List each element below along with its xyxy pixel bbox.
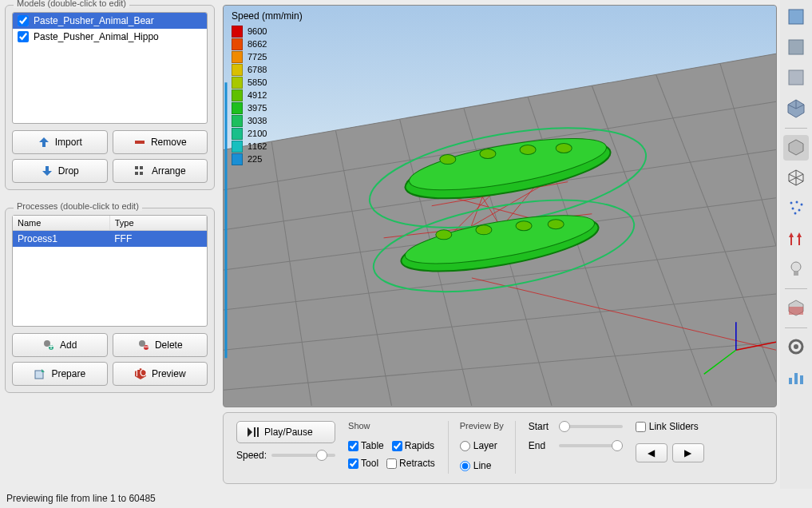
play-pause-button[interactable]: Play/Pause	[236, 421, 335, 443]
svg-marker-2	[42, 166, 52, 176]
svg-rect-62	[257, 427, 259, 437]
points-button[interactable]	[783, 196, 809, 221]
svg-rect-91	[789, 378, 792, 384]
processes-panel: Processes (double-click to edit) NameTyp…	[5, 208, 215, 393]
remove-icon	[133, 136, 146, 149]
svg-point-90	[794, 344, 798, 349]
speed-label: Speed:	[236, 450, 267, 461]
show-table-checkbox[interactable]: Table	[348, 440, 384, 451]
triangle-left-icon: ◀	[648, 447, 655, 458]
processes-list[interactable]: NameType Process1FFF	[12, 215, 208, 327]
svg-rect-63	[789, 10, 803, 24]
view-side-button[interactable]	[783, 65, 809, 91]
prepare-button[interactable]: Prepare	[12, 362, 108, 386]
model-checkbox[interactable]	[18, 31, 29, 42]
legend-entry: 2100	[232, 127, 303, 140]
viewport-scene	[224, 6, 776, 406]
step-back-button[interactable]: ◀	[636, 443, 667, 462]
speed-slider[interactable]	[271, 454, 335, 457]
legend-entry: 1162	[232, 140, 303, 153]
end-slider[interactable]	[559, 444, 623, 447]
playback-panel: Play/Pause Speed: Show Table Rapids Tool…	[223, 412, 777, 484]
model-item[interactable]: Paste_Pusher_Animal_Bear	[13, 13, 207, 29]
svg-point-49	[440, 155, 456, 165]
status-bar: Previewing file from line 1 to 60485	[0, 490, 812, 508]
legend-entry: 9600	[232, 25, 303, 38]
models-title: Models (double-click to edit)	[14, 0, 129, 8]
previewby-layer-radio[interactable]: Layer	[460, 440, 504, 451]
points-icon	[786, 197, 806, 220]
normals-icon	[786, 228, 806, 251]
svg-rect-61	[254, 427, 255, 437]
svg-point-55	[516, 221, 532, 231]
legend-entry: 4912	[232, 89, 303, 101]
svg-point-85	[791, 262, 801, 272]
svg-marker-70	[789, 140, 803, 155]
svg-marker-82	[789, 232, 794, 237]
stats-icon	[786, 367, 806, 390]
drop-icon	[41, 165, 53, 177]
legend-entry: 5850	[232, 76, 303, 89]
prepare-icon	[34, 367, 46, 380]
step-forward-button[interactable]: ▶	[672, 443, 704, 462]
process-row[interactable]: Process1FFF	[13, 231, 207, 248]
svg-text:−: −	[143, 341, 149, 351]
view-side-icon	[786, 67, 806, 90]
light-button[interactable]	[783, 256, 809, 282]
legend-entry: 3038	[232, 114, 303, 127]
drop-button[interactable]: Drop	[12, 159, 108, 183]
arrange-button[interactable]: Arrange	[113, 159, 208, 183]
preview-button[interactable]: STOPPreview	[113, 362, 208, 386]
remove-button[interactable]: Remove	[113, 130, 208, 154]
svg-point-77	[801, 203, 803, 205]
model-item[interactable]: Paste_Pusher_Animal_Hippo	[13, 29, 207, 45]
previewby-line-radio[interactable]: Line	[460, 460, 504, 471]
show-tool-checkbox[interactable]: Tool	[348, 458, 378, 469]
view-top-icon	[786, 6, 806, 30]
svg-rect-3	[135, 166, 138, 169]
svg-rect-4	[140, 166, 143, 169]
speed-legend: Speed (mm/min) 9600866277256788585049123…	[232, 10, 303, 165]
start-slider[interactable]	[559, 425, 623, 428]
model-checkbox[interactable]	[18, 15, 29, 26]
legend-entry: 225	[232, 153, 303, 165]
svg-text:+: +	[49, 341, 54, 351]
settings-icon	[786, 336, 806, 359]
show-retracts-checkbox[interactable]: Retracts	[386, 458, 435, 469]
svg-point-79	[798, 208, 801, 211]
view-front-button[interactable]	[783, 35, 809, 61]
view-iso-button[interactable]	[783, 96, 809, 121]
normals-button[interactable]	[783, 226, 809, 252]
svg-marker-60	[248, 427, 252, 437]
import-button[interactable]: Import	[12, 130, 108, 154]
svg-marker-0	[39, 137, 49, 147]
solid-view-button[interactable]	[783, 135, 809, 161]
models-list[interactable]: Paste_Pusher_Animal_BearPaste_Pusher_Ani…	[12, 12, 208, 124]
delete-button[interactable]: −Delete	[113, 333, 208, 357]
processes-title: Processes (double-click to edit)	[14, 201, 142, 211]
viewport-3d[interactable]: Speed (mm/min) 9600866277256788585049123…	[223, 5, 777, 407]
svg-rect-64	[789, 40, 803, 54]
link-sliders-checkbox[interactable]: Link Sliders	[636, 421, 704, 432]
svg-point-52	[556, 143, 572, 153]
svg-rect-6	[140, 172, 143, 175]
import-icon	[38, 136, 50, 149]
legend-entry: 7725	[232, 50, 303, 63]
svg-point-53	[436, 230, 452, 240]
svg-point-50	[480, 149, 496, 159]
section-button[interactable]	[783, 296, 809, 321]
svg-text:STOP: STOP	[134, 367, 147, 379]
light-icon	[786, 258, 806, 281]
delete-icon: −	[137, 339, 150, 351]
add-button[interactable]: +Add	[12, 333, 108, 357]
svg-rect-93	[800, 375, 803, 384]
solid-view-icon	[786, 137, 806, 160]
view-iso-icon	[786, 97, 806, 121]
svg-rect-1	[135, 141, 145, 144]
svg-point-80	[794, 212, 797, 214]
settings-button[interactable]	[783, 335, 809, 360]
wireframe-button[interactable]	[783, 165, 809, 191]
view-top-button[interactable]	[783, 5, 809, 30]
stats-button[interactable]	[783, 365, 809, 391]
show-rapids-checkbox[interactable]: Rapids	[392, 440, 434, 451]
